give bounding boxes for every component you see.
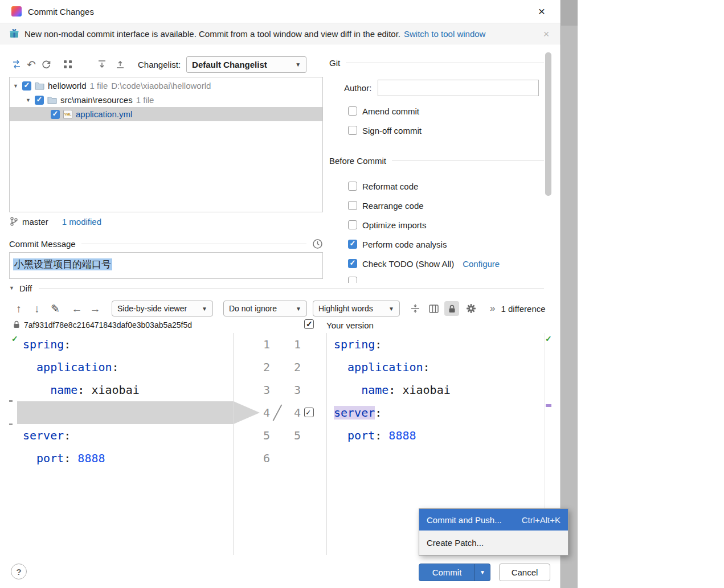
- amend-commit-option[interactable]: Amend commit: [348, 105, 419, 117]
- edit-source-button[interactable]: ✎: [48, 301, 63, 316]
- sync-scroll-button[interactable]: [426, 301, 441, 316]
- expand-all-button[interactable]: [95, 57, 109, 72]
- message-history-icon[interactable]: [312, 239, 323, 249]
- commit-button[interactable]: Commit: [419, 564, 475, 581]
- divider: [346, 63, 544, 63]
- diff-gutter-row: 22: [234, 356, 326, 379]
- revert-icon: ↶: [27, 59, 36, 70]
- show-diff-icon: [11, 59, 22, 69]
- file-checkbox[interactable]: [51, 110, 60, 119]
- expand-arrow-icon[interactable]: ▼: [26, 97, 31, 103]
- diff-gutter-row: 33: [234, 379, 326, 401]
- configure-link[interactable]: Configure: [463, 259, 500, 269]
- code-token: xiaobai: [402, 383, 450, 397]
- include-change-checkbox[interactable]: [304, 408, 314, 417]
- check-todo-checkbox[interactable]: [348, 259, 357, 268]
- tree-row-file-selected[interactable]: YML application.yml: [10, 107, 322, 121]
- diff-section-header[interactable]: ▼ Diff: [9, 282, 544, 294]
- settings-button[interactable]: [464, 301, 478, 316]
- left-code-line: port: 8888: [9, 447, 233, 470]
- revert-button[interactable]: ↶: [24, 57, 39, 72]
- menu-item-label: Create Patch...: [427, 538, 484, 548]
- signoff-checkbox[interactable]: [348, 126, 357, 135]
- code-token: name: [23, 383, 77, 397]
- folder-checkbox[interactable]: [35, 96, 44, 105]
- commit-dropdown-arrow[interactable]: ▼: [475, 564, 490, 581]
- viewer-mode-value: Side-by-side viewer: [117, 304, 187, 313]
- optimize-imports-option[interactable]: Optimize imports: [348, 219, 427, 231]
- background-strip: [561, 0, 578, 588]
- chevron-down-icon: ▼: [384, 306, 394, 312]
- switch-to-tool-window-link[interactable]: Switch to tool window: [404, 29, 485, 39]
- previous-difference-button[interactable]: ↑: [11, 301, 26, 316]
- right-code-line: name: xiaobai: [327, 379, 544, 401]
- refresh-button[interactable]: [39, 57, 54, 72]
- expand-all-icon: [97, 60, 107, 69]
- folder-icon: [35, 81, 44, 90]
- arrow-up-icon: ↑: [16, 303, 22, 314]
- check-todo-option[interactable]: Check TODO (Show All) Configure: [348, 257, 500, 270]
- collapse-unchanged-button[interactable]: [408, 301, 423, 316]
- folder-icon: [47, 96, 57, 104]
- commit-message-text: 小黑设置项目的端口号: [13, 258, 112, 270]
- code-token: server: [23, 429, 64, 442]
- expand-arrow-icon[interactable]: ▼: [13, 83, 19, 89]
- gear-icon: [466, 303, 476, 314]
- signoff-commit-option[interactable]: Sign-off commit: [348, 124, 422, 137]
- collapse-unchanged-icon: [410, 304, 420, 313]
- viewer-mode-dropdown[interactable]: Side-by-side viewer ▼: [112, 301, 213, 316]
- author-input[interactable]: [378, 80, 539, 96]
- include-all-changes-checkbox[interactable]: [304, 319, 314, 329]
- diff-section-label: Diff: [19, 283, 32, 293]
- line-number-left: 6: [234, 447, 270, 470]
- changelist-dropdown[interactable]: Default Changelist ▼: [186, 56, 306, 73]
- commit-message-input[interactable]: 小黑设置项目的端口号: [9, 252, 323, 279]
- tree-row-module[interactable]: ▼ helloworld 1 file D:\code\xiaobai\hell…: [10, 79, 322, 93]
- collapse-all-button[interactable]: [113, 57, 128, 72]
- change-edge-marker: [9, 423, 13, 425]
- code-token: application: [334, 360, 423, 374]
- group-by-button[interactable]: [60, 57, 75, 72]
- forward-button[interactable]: →: [88, 301, 103, 316]
- code-token: 8888: [388, 429, 416, 442]
- code-analysis-option[interactable]: Perform code analysis: [348, 238, 447, 250]
- arrow-down-icon: ↓: [34, 303, 40, 314]
- disable-editing-button[interactable]: [444, 301, 459, 316]
- highlight-mode-dropdown[interactable]: Highlight words ▼: [313, 301, 400, 316]
- no-problems-icon: ✓: [545, 334, 552, 343]
- code-analysis-checkbox[interactable]: [348, 240, 357, 249]
- diff-gutter-row: 11: [234, 333, 326, 356]
- show-diff-button[interactable]: [9, 57, 24, 72]
- collapse-arrow-icon[interactable]: ▼: [9, 285, 15, 291]
- code-token: server: [334, 406, 375, 420]
- amend-checkbox[interactable]: [348, 106, 357, 116]
- code-token: :: [375, 429, 388, 442]
- menu-item-create-patch[interactable]: Create Patch...: [419, 531, 568, 555]
- cancel-button[interactable]: Cancel: [499, 564, 550, 581]
- code-token: :: [375, 406, 382, 420]
- diff-left-pane[interactable]: ✓ spring: application: name: xiaobaiserv…: [9, 333, 234, 555]
- menu-item-commit-and-push[interactable]: Commit and Push... Ctrl+Alt+K: [419, 509, 568, 531]
- reformat-checkbox[interactable]: [348, 182, 357, 191]
- next-difference-button[interactable]: ↓: [30, 301, 44, 316]
- help-button[interactable]: ?: [11, 564, 27, 579]
- window-close-button[interactable]: ×: [534, 4, 549, 19]
- back-button[interactable]: ←: [69, 301, 84, 316]
- reformat-code-option[interactable]: Reformat code: [348, 180, 418, 192]
- changes-tree: ▼ helloworld 1 file D:\code\xiaobai\hell…: [9, 77, 323, 212]
- modified-count-link[interactable]: 1 modified: [62, 217, 101, 227]
- banner-close-icon[interactable]: ×: [540, 28, 553, 40]
- screen: Commit Changes × New non-modal commit in…: [0, 0, 724, 588]
- toolbar-overflow-icon[interactable]: »: [490, 303, 495, 314]
- optimize-imports-checkbox[interactable]: [348, 220, 357, 229]
- left-code-line: application:: [9, 356, 233, 379]
- right-code: spring: application: name: xiaobaiserver…: [327, 333, 544, 447]
- options-scrollbar-thumb[interactable]: [545, 52, 551, 196]
- module-checkbox[interactable]: [22, 81, 31, 91]
- whitespace-dropdown[interactable]: Do not ignore ▼: [223, 301, 307, 316]
- tree-row-folder[interactable]: ▼ src\main\resources 1 file: [10, 93, 322, 107]
- diff-gutter: 11223344556: [234, 333, 326, 555]
- rearrange-checkbox[interactable]: [348, 201, 357, 210]
- rearrange-code-option[interactable]: Rearrange code: [348, 199, 424, 212]
- code-token: :: [64, 451, 77, 465]
